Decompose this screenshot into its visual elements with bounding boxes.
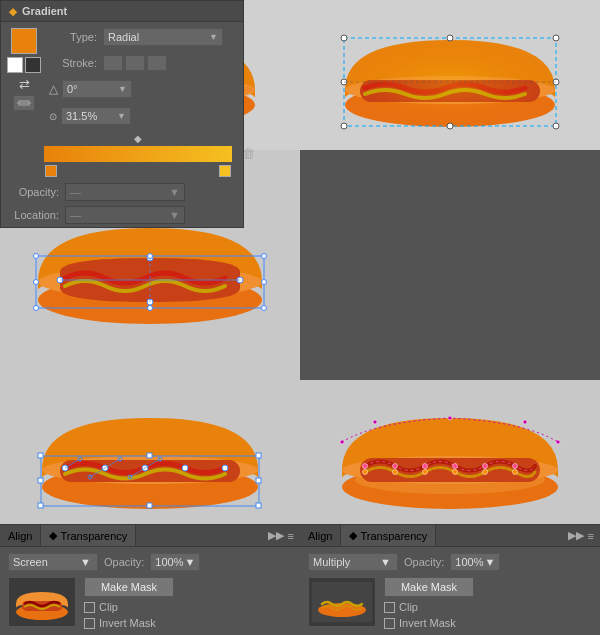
panel-tabs-left: Align ◆ Transparency ▶▶ ≡ (0, 525, 300, 547)
hotdog-selected-svg (330, 20, 570, 130)
transparency-label-left: Transparency (60, 530, 127, 542)
blend-mode-value-left: Screen (13, 556, 48, 568)
clip-checkbox-right[interactable] (384, 602, 395, 613)
svg-point-13 (341, 35, 347, 41)
svg-point-73 (453, 464, 458, 469)
clip-checkbox-row-left: Clip (84, 601, 174, 613)
make-mask-button-left[interactable]: Make Mask (84, 577, 174, 597)
align-tab-left[interactable]: Align (0, 525, 41, 546)
svg-rect-57 (256, 453, 261, 458)
opacity-value-right[interactable]: 100% ▼ (450, 553, 500, 571)
transp-row1-left: Screen ▼ Opacity: 100% ▼ (8, 553, 292, 571)
opacity-val-text-right: 100% (455, 556, 483, 568)
panel-icons-right: ▶▶ ≡ (568, 525, 600, 546)
blend-mode-value-right: Multiply (313, 556, 350, 568)
svg-point-28 (262, 254, 267, 259)
bottom-right-section: Align ◆ Transparency ▶▶ ≡ Multiply ▼ Opa… (300, 380, 600, 635)
transparency-panel-left: Align ◆ Transparency ▶▶ ≡ Screen ▼ Opaci… (0, 524, 300, 635)
align-tab-right[interactable]: Align (300, 525, 341, 546)
invert-checkbox-row-right: Invert Mask (384, 617, 474, 629)
svg-rect-60 (147, 453, 152, 458)
panel-forward-icon-right[interactable]: ▶▶ (568, 529, 584, 542)
opacity-value-left[interactable]: 100% ▼ (150, 553, 200, 571)
transparency-body-right: Multiply ▼ Opacity: 100% ▼ (300, 547, 600, 635)
make-mask-button-right[interactable]: Make Mask (384, 577, 474, 597)
clip-checkbox-row-right: Clip (384, 601, 474, 613)
panel-tabs-right: Align ◆ Transparency ▶▶ ≡ (300, 525, 600, 547)
hotdog-bottom-right-svg (325, 392, 575, 512)
svg-rect-58 (38, 503, 43, 508)
svg-point-45 (222, 465, 228, 471)
panel-forward-icon-left[interactable]: ▶▶ (268, 529, 284, 542)
svg-point-70 (363, 464, 368, 469)
svg-point-77 (393, 470, 398, 475)
transp-content-left: Make Mask Clip Invert Mask (8, 577, 292, 629)
svg-rect-56 (38, 453, 43, 458)
mask-controls-left: Make Mask Clip Invert Mask (84, 577, 174, 629)
svg-point-85 (523, 420, 527, 424)
svg-rect-63 (256, 478, 261, 483)
invert-checkbox-row-left: Invert Mask (84, 617, 174, 629)
svg-point-74 (483, 464, 488, 469)
transparency-tab-right[interactable]: ◆ Transparency (341, 525, 436, 546)
transparency-diamond-icon-left: ◆ (49, 529, 57, 542)
svg-rect-59 (256, 503, 261, 508)
svg-point-31 (148, 254, 153, 259)
svg-point-27 (34, 254, 39, 259)
panel-menu-icon-left[interactable]: ≡ (288, 530, 294, 542)
transp-content-right: Make Mask Clip Invert Mask (308, 577, 592, 629)
transparency-label-right: Transparency (360, 530, 427, 542)
svg-point-10 (447, 35, 453, 41)
svg-point-34 (262, 280, 267, 285)
svg-point-81 (513, 470, 518, 475)
invert-label-left: Invert Mask (99, 617, 156, 629)
svg-point-72 (423, 464, 428, 469)
svg-point-78 (423, 470, 428, 475)
svg-point-80 (483, 470, 488, 475)
svg-point-75 (513, 464, 518, 469)
thumbnail-right[interactable] (308, 577, 376, 627)
panel-menu-icon-right[interactable]: ≡ (588, 530, 594, 542)
transparency-diamond-icon-right: ◆ (349, 529, 357, 542)
svg-point-12 (447, 123, 453, 129)
top-right-quad (300, 0, 600, 150)
svg-point-76 (363, 470, 368, 475)
mask-controls-right: Make Mask Clip Invert Mask (384, 577, 474, 629)
svg-point-71 (393, 464, 398, 469)
transp-row1-right: Multiply ▼ Opacity: 100% ▼ (308, 553, 592, 571)
svg-rect-62 (38, 478, 43, 483)
opacity-arrow-left: ▼ (184, 556, 195, 568)
transparency-panel-right: Align ◆ Transparency ▶▶ ≡ Multiply ▼ Opa… (300, 524, 600, 635)
svg-point-83 (373, 420, 377, 424)
hotdog-bottom-left-svg (25, 392, 275, 512)
svg-point-16 (553, 123, 559, 129)
svg-point-29 (34, 306, 39, 311)
opacity-arrow-right: ▼ (484, 556, 495, 568)
invert-checkbox-right[interactable] (384, 618, 395, 629)
svg-point-33 (34, 280, 39, 285)
hotdog-multiply-area (300, 380, 600, 524)
svg-point-30 (262, 306, 267, 311)
blend-mode-arrow-right: ▼ (380, 556, 391, 568)
bottom-left-section: Align ◆ Transparency ▶▶ ≡ Screen ▼ Opaci… (0, 380, 300, 635)
clip-label-left: Clip (99, 601, 118, 613)
blend-mode-select-left[interactable]: Screen ▼ (8, 553, 98, 571)
svg-point-32 (148, 306, 153, 311)
svg-point-14 (553, 35, 559, 41)
thumbnail-left[interactable] (8, 577, 76, 627)
invert-checkbox-left[interactable] (84, 618, 95, 629)
clip-label-right: Clip (399, 601, 418, 613)
svg-rect-61 (147, 503, 152, 508)
opacity-label-left: Opacity: (104, 556, 144, 568)
svg-point-79 (453, 470, 458, 475)
invert-label-right: Invert Mask (399, 617, 456, 629)
svg-point-44 (182, 465, 188, 471)
panel-icons-left: ▶▶ ≡ (268, 525, 300, 546)
opacity-val-text-left: 100% (155, 556, 183, 568)
gradient-panel-container: ◆ Gradient ⇄ (300, 150, 600, 380)
transparency-tab-left[interactable]: ◆ Transparency (41, 525, 136, 546)
clip-checkbox-left[interactable] (84, 602, 95, 613)
blend-mode-select-right[interactable]: Multiply ▼ (308, 553, 398, 571)
opacity-label-right: Opacity: (404, 556, 444, 568)
svg-point-15 (341, 123, 347, 129)
